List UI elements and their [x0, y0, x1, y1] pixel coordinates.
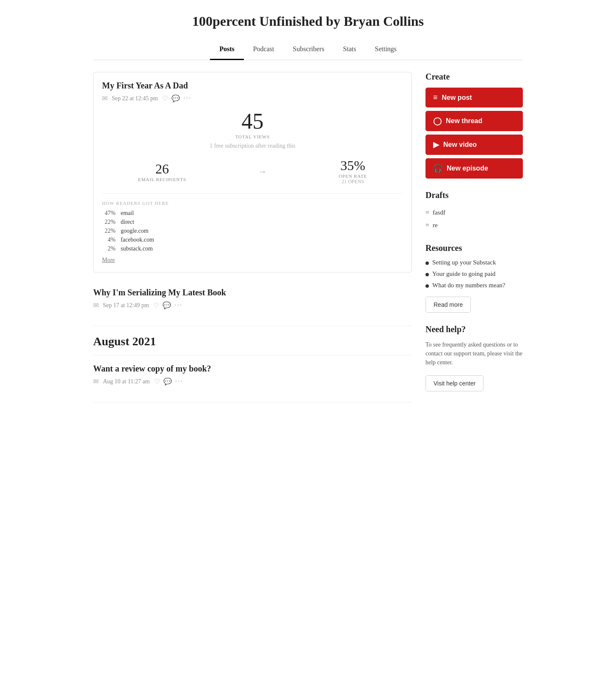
tab-subscribers[interactable]: Subscribers — [284, 39, 334, 60]
traffic-source-substack: substack.com — [121, 245, 153, 252]
post-row-august: Want a review copy of my book? ✉ Aug 10 … — [93, 355, 412, 402]
total-views-label: TOTAL VIEWS — [102, 134, 403, 139]
post-title-first[interactable]: My First Year As A Dad — [102, 81, 403, 91]
email-icon-3: ✉ — [93, 377, 99, 385]
new-thread-button[interactable]: ◯ New thread — [425, 111, 523, 131]
main-layout: My First Year As A Dad ✉ Sep 22 at 12:45… — [85, 60, 531, 415]
post-meta-august: ✉ Aug 10 at 11:27 am ♡ 💬 ··· — [93, 377, 412, 386]
resource-label-3: What do my numbers mean? — [432, 282, 505, 289]
traffic-row-email: 47% email — [102, 210, 403, 217]
total-views-section: 45 TOTAL VIEWS 1 free subscription after… — [102, 110, 403, 149]
open-rate-block: 35% OPEN RATE 21 OPENS — [339, 158, 367, 185]
post-title-second[interactable]: Why I'm Serializing My Latest Book — [93, 288, 412, 297]
open-rate-number: 35% — [339, 158, 367, 173]
tab-settings[interactable]: Settings — [365, 39, 406, 60]
tab-posts[interactable]: Posts — [210, 39, 244, 60]
draft-icon-1: ≡ — [425, 209, 429, 216]
traffic-section: HOW READERS GOT HERE 47% email 22% direc… — [102, 193, 403, 264]
traffic-source-email: email — [121, 210, 134, 217]
resource-label-1: Setting up your Substack — [432, 259, 496, 266]
help-heading: Need help? — [425, 325, 523, 334]
resource-item-1[interactable]: Setting up your Substack — [425, 259, 523, 266]
more-options-icon[interactable]: ··· — [183, 94, 192, 103]
resource-label-2: Your guide to going paid — [432, 270, 495, 278]
comment-icon[interactable]: 💬 — [171, 94, 180, 102]
traffic-pct-facebook: 4% — [102, 237, 116, 243]
bullet-1 — [425, 261, 429, 265]
new-episode-icon: 🎧 — [433, 164, 442, 173]
new-post-button[interactable]: ≡ New post — [425, 88, 523, 107]
create-section: Create ≡ New post ◯ New thread ▶ New vid… — [425, 72, 523, 179]
draft-label-1: fasdf — [433, 209, 445, 216]
post-meta-second: ✉ Sep 17 at 12:49 pm ♡ 💬 ··· — [93, 301, 412, 310]
left-column: My First Year As A Dad ✉ Sep 22 at 12:45… — [93, 72, 412, 402]
draft-label-2: re — [433, 222, 438, 229]
email-recipients-number: 26 — [138, 161, 186, 177]
new-episode-label: New episode — [447, 165, 488, 172]
more-options-icon-2[interactable]: ··· — [174, 301, 183, 310]
like-icon-3[interactable]: ♡ — [154, 377, 160, 385]
total-views-number: 45 — [102, 110, 403, 132]
email-icon-2: ✉ — [93, 301, 99, 309]
traffic-source-direct: direct — [121, 219, 134, 226]
traffic-more-link[interactable]: More — [102, 257, 115, 264]
new-episode-button[interactable]: 🎧 New episode — [425, 158, 523, 179]
drafts-section: Drafts ≡ fasdf ≡ re — [425, 190, 523, 231]
traffic-source-facebook: facebook.com — [121, 237, 154, 243]
site-title: 100percent Unfinished by Bryan Collins — [93, 14, 523, 29]
visit-help-center-button[interactable]: Visit help center — [425, 375, 483, 391]
read-more-button[interactable]: Read more — [425, 297, 471, 313]
post-actions: ♡ 💬 ··· — [162, 94, 192, 103]
post-card-first: My First Year As A Dad ✉ Sep 22 at 12:45… — [93, 72, 412, 272]
resources-heading: Resources — [425, 243, 523, 253]
post-date-second: Sep 17 at 12:49 pm — [103, 302, 149, 309]
comment-icon-3[interactable]: 💬 — [163, 377, 172, 385]
traffic-row-facebook: 4% facebook.com — [102, 237, 403, 243]
post-row-second: Why I'm Serializing My Latest Book ✉ Sep… — [93, 279, 412, 326]
bullet-2 — [425, 273, 429, 276]
post-meta-first: ✉ Sep 22 at 12:45 pm ♡ 💬 ··· — [102, 94, 403, 103]
traffic-pct-substack: 2% — [102, 245, 116, 252]
bullet-3 — [425, 284, 429, 288]
nav-tabs: Posts Podcast Subscribers Stats Settings — [93, 39, 523, 60]
traffic-row-google: 22% google.com — [102, 228, 403, 234]
create-heading: Create — [425, 72, 523, 82]
like-icon[interactable]: ♡ — [162, 94, 168, 102]
resource-item-3[interactable]: What do my numbers mean? — [425, 282, 523, 289]
resource-list: Setting up your Substack Your guide to g… — [425, 259, 523, 289]
tab-stats[interactable]: Stats — [334, 39, 365, 60]
draft-icon-2: ≡ — [425, 221, 429, 229]
more-options-icon-3[interactable]: ··· — [175, 377, 184, 386]
right-sidebar: Create ≡ New post ◯ New thread ▶ New vid… — [425, 72, 523, 403]
email-icon: ✉ — [102, 94, 108, 102]
like-icon-2[interactable]: ♡ — [153, 301, 159, 309]
draft-item-fasdf[interactable]: ≡ fasdf — [425, 206, 523, 219]
resources-section: Resources Setting up your Substack Your … — [425, 243, 523, 313]
site-header: 100percent Unfinished by Bryan Collins P… — [85, 0, 531, 60]
comment-icon-2[interactable]: 💬 — [163, 301, 171, 309]
new-video-label: New video — [443, 141, 477, 149]
traffic-heading: HOW READERS GOT HERE — [102, 201, 403, 206]
new-video-icon: ▶ — [433, 140, 439, 149]
new-video-button[interactable]: ▶ New video — [425, 135, 523, 155]
traffic-pct-email: 47% — [102, 210, 116, 217]
traffic-row-direct: 22% direct — [102, 219, 403, 226]
tab-podcast[interactable]: Podcast — [244, 39, 284, 60]
new-post-label: New post — [442, 94, 472, 102]
open-rate-label: OPEN RATE — [339, 173, 367, 179]
email-recipients-block: 26 EMAIL RECIPIENTS — [138, 161, 186, 182]
arrow-icon: → — [258, 167, 267, 176]
help-text: To see frequently asked questions or to … — [425, 340, 523, 367]
post-actions-3: ♡ 💬 ··· — [154, 377, 184, 386]
new-post-icon: ≡ — [433, 93, 438, 102]
subscription-note: 1 free subscription after reading this — [102, 143, 403, 149]
resource-item-2[interactable]: Your guide to going paid — [425, 270, 523, 278]
draft-item-re[interactable]: ≡ re — [425, 219, 523, 231]
drafts-heading: Drafts — [425, 190, 523, 200]
traffic-pct-direct: 22% — [102, 219, 116, 226]
post-title-august[interactable]: Want a review copy of my book? — [93, 364, 412, 374]
post-actions-2: ♡ 💬 ··· — [153, 301, 183, 310]
month-heading: August 2021 — [93, 326, 412, 355]
email-stats: 26 EMAIL RECIPIENTS → 35% OPEN RATE 21 O… — [102, 158, 403, 185]
traffic-pct-google: 22% — [102, 228, 116, 234]
